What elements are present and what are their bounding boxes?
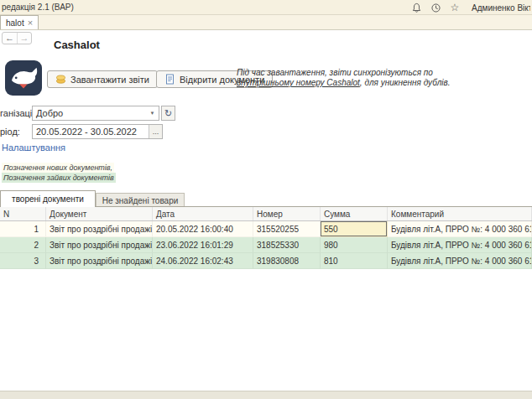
document-cell[interactable]: Звіт про роздрібні продажі ... [46, 221, 153, 237]
user-name: Админенко Вікта [472, 3, 530, 13]
number-cell[interactable]: 315520255 [253, 221, 321, 237]
hint-line-2: внутрішньому номеру Cashalot, для уникне… [237, 78, 522, 88]
document-icon [164, 74, 175, 85]
title-bar: редакція 2.1 (ВАР) ☆ Админенко Вікта [0, 0, 532, 15]
comment-cell[interactable]: Будівля літ.А, ПРРО №: 4 000 360 615 [388, 237, 532, 253]
date-cell[interactable]: 23.06.2022 16:01:29 [153, 237, 253, 253]
choose-period-button[interactable]: ... [149, 125, 162, 138]
close-tab-icon[interactable]: × [28, 18, 33, 27]
row-number: 2 [0, 237, 46, 253]
hint-emphasis: внутрішньому номеру Cashalot [237, 78, 360, 87]
favorites-star-icon[interactable]: ☆ [449, 2, 461, 13]
legend-new-documents: Позначення нових документів, [2, 163, 114, 173]
organization-field[interactable]: Добро ▼ [32, 106, 159, 121]
history-clock-icon[interactable] [430, 2, 441, 13]
date-cell[interactable]: 24.06.2022 16:02:43 [153, 253, 253, 269]
titlebar-actions: ☆ Админенко Вікта [410, 0, 532, 15]
nav-history-group: ← → [2, 32, 32, 44]
period-value: 20.05.2022 - 30.05.2022 [33, 125, 149, 138]
hint-rest: , для уникнення дублів. [360, 78, 451, 87]
table-row[interactable]: 2 Звіт про роздрібні продажі ... 23.06.2… [0, 237, 532, 253]
column-header-n[interactable]: N [0, 207, 46, 220]
load-reports-label: Завантажити звіти [70, 75, 149, 85]
tab-not-found-goods[interactable]: Не знайдені товари [96, 193, 185, 207]
number-cell[interactable]: 319830808 [253, 253, 321, 269]
window-tab-strip: halot × [0, 15, 532, 30]
settings-link[interactable]: Налаштування [2, 142, 65, 153]
document-cell[interactable]: Звіт про роздрібні продажі ... [46, 237, 153, 253]
column-header-sum[interactable]: Сумма [321, 207, 388, 220]
window-tab-label: halot [6, 18, 24, 28]
page-title: Cashalot [54, 39, 100, 51]
load-reports-button[interactable]: Завантажити звіти [47, 70, 158, 88]
sum-cell-focused[interactable]: 550 [321, 221, 388, 237]
sync-hint-text: Під час завантаження, звіти синхронізуют… [237, 68, 522, 88]
number-cell[interactable]: 318525330 [253, 237, 321, 253]
table-row[interactable]: 3 Звіт про роздрібні продажі ... 24.06.2… [0, 253, 532, 269]
window-tab-cashalot[interactable]: halot × [0, 15, 39, 29]
document-cell[interactable]: Звіт про роздрібні продажі ... [46, 253, 153, 269]
cashalot-whale-logo [5, 60, 42, 96]
notifications-bell-icon[interactable] [410, 2, 422, 13]
column-header-date[interactable]: Дата [153, 207, 253, 220]
row-number: 1 [0, 221, 46, 237]
coins-icon [55, 74, 66, 85]
comment-cell[interactable]: Будівля літ.А, ПРРО №: 4 000 360 614 [388, 221, 532, 237]
chevron-down-icon[interactable]: ▼ [146, 106, 159, 120]
app-title: редакція 2.1 (ВАР) [0, 3, 74, 12]
date-cell[interactable]: 20.05.2022 16:00:40 [153, 221, 253, 237]
tab-created-documents[interactable]: творені документи [0, 190, 96, 207]
documents-table: N Документ Дата Номер Сумма Комментарий … [0, 206, 532, 269]
column-header-comment[interactable]: Комментарий [388, 207, 532, 220]
legend-extra-documents: Позначення зайвих документів [2, 173, 116, 183]
hint-line-1: Під час завантаження, звіти синхронізуют… [237, 68, 522, 78]
period-field[interactable]: 20.05.2022 - 30.05.2022 ... [32, 124, 163, 139]
sum-cell[interactable]: 980 [321, 237, 388, 253]
sum-cell[interactable]: 810 [321, 253, 388, 269]
status-bar [0, 391, 532, 399]
app-window: редакція 2.1 (ВАР) ☆ Админенко Вікта hal… [0, 0, 532, 399]
column-header-document[interactable]: Документ [46, 207, 153, 220]
comment-cell[interactable]: Будівля літ.А, ПРРО №: 4 000 360 616 [388, 253, 532, 269]
forward-arrow-icon[interactable]: → [17, 33, 31, 44]
current-user[interactable]: Админенко Вікта [468, 3, 530, 13]
period-label: ріод: [0, 127, 20, 137]
table-row[interactable]: 1 Звіт про роздрібні продажі ... 20.05.2… [0, 221, 532, 237]
table-header: N Документ Дата Номер Сумма Комментарий [0, 206, 532, 221]
organization-value: Добро [33, 106, 146, 120]
organization-refresh-button[interactable]: ↻ [161, 106, 175, 121]
row-number: 3 [0, 253, 46, 269]
column-header-number[interactable]: Номер [253, 207, 321, 220]
back-arrow-icon[interactable]: ← [3, 33, 17, 44]
